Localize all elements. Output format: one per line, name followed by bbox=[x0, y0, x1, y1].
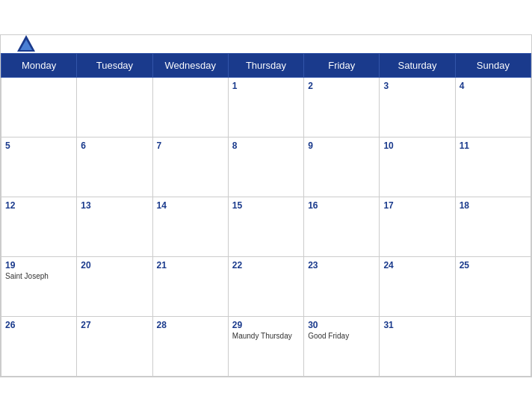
calendar: MondayTuesdayWednesdayThursdayFridaySatu… bbox=[0, 34, 532, 377]
day-number: 30 bbox=[308, 320, 375, 330]
day-cell: 27 bbox=[77, 316, 152, 376]
day-number: 3 bbox=[383, 81, 451, 91]
day-cell: 24 bbox=[380, 256, 455, 316]
day-cell: 10 bbox=[380, 137, 455, 197]
day-number: 8 bbox=[232, 140, 300, 151]
day-number: 7 bbox=[157, 140, 224, 151]
day-cell: 28 bbox=[152, 316, 228, 376]
day-cell: 26 bbox=[1, 316, 77, 376]
day-number: 6 bbox=[81, 140, 148, 151]
day-number: 15 bbox=[232, 200, 300, 211]
week-row-2: 12131415161718 bbox=[1, 197, 531, 256]
day-cell: 8 bbox=[228, 137, 303, 197]
day-number: 29 bbox=[232, 320, 300, 330]
day-number: 23 bbox=[308, 260, 375, 271]
weekday-header-saturday: Saturday bbox=[380, 53, 455, 77]
weekday-header-thursday: Thursday bbox=[228, 53, 303, 77]
day-number: 19 bbox=[5, 260, 72, 271]
day-cell: 19Saint Joseph bbox=[1, 256, 77, 316]
day-number: 26 bbox=[5, 320, 72, 330]
day-number: 2 bbox=[308, 81, 375, 91]
logo-icon bbox=[16, 34, 37, 55]
day-cell: 1 bbox=[228, 77, 303, 137]
day-cell bbox=[1, 77, 77, 137]
day-cell: 14 bbox=[152, 197, 228, 256]
week-row-1: 567891011 bbox=[1, 137, 531, 197]
day-cell: 13 bbox=[77, 197, 152, 256]
day-cell: 17 bbox=[380, 197, 455, 256]
day-number: 10 bbox=[383, 140, 451, 151]
day-number: 25 bbox=[460, 260, 527, 271]
day-number: 22 bbox=[232, 260, 300, 271]
logo bbox=[16, 34, 40, 55]
day-cell: 29Maundy Thursday bbox=[228, 316, 303, 376]
day-number: 31 bbox=[383, 320, 451, 330]
day-number: 21 bbox=[157, 260, 224, 271]
day-cell: 22 bbox=[228, 256, 303, 316]
holiday-label: Maundy Thursday bbox=[232, 332, 300, 340]
day-number: 5 bbox=[5, 140, 72, 151]
day-cell: 16 bbox=[304, 197, 380, 256]
calendar-body: 12345678910111213141516171819Saint Josep… bbox=[1, 77, 531, 376]
day-number: 28 bbox=[157, 320, 224, 330]
day-number: 13 bbox=[81, 200, 148, 211]
day-number: 14 bbox=[157, 200, 224, 211]
day-cell: 3 bbox=[380, 77, 455, 137]
day-number: 24 bbox=[383, 260, 451, 271]
day-cell: 4 bbox=[455, 77, 531, 137]
day-cell: 23 bbox=[304, 256, 380, 316]
holiday-label: Saint Joseph bbox=[5, 272, 72, 280]
week-row-3: 19Saint Joseph202122232425 bbox=[1, 256, 531, 316]
weekday-header-wednesday: Wednesday bbox=[152, 53, 228, 77]
day-cell: 12 bbox=[1, 197, 77, 256]
day-number: 4 bbox=[460, 81, 527, 91]
day-cell: 31 bbox=[380, 316, 455, 376]
day-number: 16 bbox=[308, 200, 375, 211]
day-cell: 6 bbox=[77, 137, 152, 197]
holiday-label: Good Friday bbox=[308, 332, 375, 340]
day-cell: 9 bbox=[304, 137, 380, 197]
weekday-header-row: MondayTuesdayWednesdayThursdayFridaySatu… bbox=[1, 53, 531, 77]
day-cell: 7 bbox=[152, 137, 228, 197]
calendar-table: MondayTuesdayWednesdayThursdayFridaySatu… bbox=[1, 53, 531, 377]
weekday-header-monday: Monday bbox=[1, 53, 77, 77]
day-cell: 5 bbox=[1, 137, 77, 197]
calendar-thead: MondayTuesdayWednesdayThursdayFridaySatu… bbox=[1, 53, 531, 77]
day-cell bbox=[455, 316, 531, 376]
day-cell: 20 bbox=[77, 256, 152, 316]
day-cell: 21 bbox=[152, 256, 228, 316]
day-cell: 2 bbox=[304, 77, 380, 137]
day-cell: 30Good Friday bbox=[304, 316, 380, 376]
day-number: 17 bbox=[383, 200, 451, 211]
day-cell: 15 bbox=[228, 197, 303, 256]
day-cell bbox=[77, 77, 152, 137]
week-row-0: 1234 bbox=[1, 77, 531, 137]
day-number: 20 bbox=[81, 260, 148, 271]
day-number: 27 bbox=[81, 320, 148, 330]
day-cell: 25 bbox=[455, 256, 531, 316]
calendar-header bbox=[1, 35, 531, 53]
day-number: 12 bbox=[5, 200, 72, 211]
day-cell: 11 bbox=[455, 137, 531, 197]
day-cell: 18 bbox=[455, 197, 531, 256]
week-row-4: 26272829Maundy Thursday30Good Friday31 bbox=[1, 316, 531, 376]
weekday-header-friday: Friday bbox=[304, 53, 380, 77]
day-cell bbox=[152, 77, 228, 137]
weekday-header-sunday: Sunday bbox=[455, 53, 531, 77]
day-number: 11 bbox=[460, 140, 527, 151]
weekday-header-tuesday: Tuesday bbox=[77, 53, 152, 77]
day-number: 9 bbox=[308, 140, 375, 151]
day-number: 18 bbox=[460, 200, 527, 211]
day-number: 1 bbox=[232, 81, 300, 91]
